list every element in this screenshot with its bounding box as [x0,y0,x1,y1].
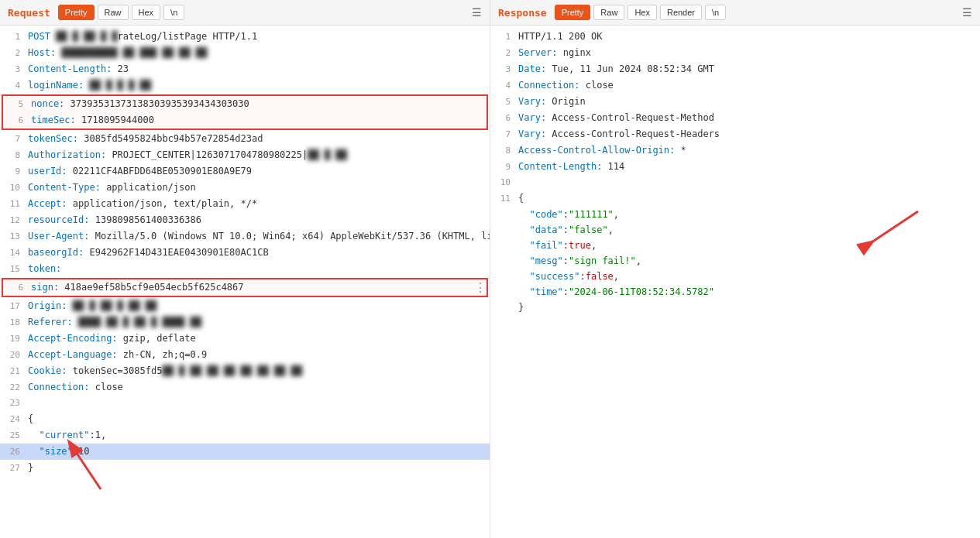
request-line-24: 24 { [0,411,490,427]
request-line-6: 6 timeSec: 1718095944000 [3,112,487,129]
response-line-5: 5 Vary: Origin [490,94,980,110]
request-line-7: 7 tokenSec: 3085fd5495824bbc94b57e72854d… [0,131,490,147]
request-line-12: 12 resourceId: 1398098561400336386 [0,212,490,228]
response-line-17: "time":"2024-06-11T08:52:34.5782" [490,284,980,300]
request-line-1: 1 POST ██ █ ██ █ █rateLog/listPage HTTP/… [0,29,490,45]
request-line-25: 25 "current":1, [0,427,490,444]
response-line-7: 7 Vary: Access-Control-Request-Headers [490,126,980,142]
response-tab-pretty[interactable]: Pretty [555,5,591,20]
request-panel: Request Pretty Raw Hex \n ☰ 1 POST ██ █ … [0,0,490,538]
request-line-16: 6 sign: 418ae9ef58b5cf9e054ecb5f625c4867 [3,279,487,296]
response-line-3: 3 Date: Tue, 11 Jun 2024 08:52:34 GMT [490,61,980,77]
response-line-11: 11 { [490,190,980,207]
request-tab-newline[interactable]: \n [163,5,184,20]
response-line-8: 8 Access-Control-Allow-Origin: * [490,142,980,159]
request-line-27: 27 } [0,460,490,476]
response-line-16: "success":false, [490,269,980,284]
response-line-9: 9 Content-Length: 114 [490,159,980,175]
request-line-22: 22 Connection: close [0,379,490,396]
request-line-10: 10 Content-Type: application/json [0,180,490,196]
response-line-13: "data":"false", [490,222,980,238]
scroll-indicator: ⋮ [474,282,487,294]
response-panel: Response Pretty Raw Hex Render \n ☰ 1 HT… [490,0,980,538]
request-line-17: 17 Origin: ██ █ ██ █ ██ ██ [0,298,490,314]
response-line-1: 1 HTTP/1.1 200 OK [490,29,980,45]
request-line-8: 8 Authorization: PROJECT_CENTER|12630717… [0,147,490,163]
response-tab-hex[interactable]: Hex [628,5,657,20]
response-line-15: "mesg":"sign fail!", [490,253,980,269]
request-tab-raw[interactable]: Raw [98,5,129,20]
request-line-21: 21 Cookie: tokenSec=3085fd5██ █ ██ ██ ██… [0,363,490,379]
response-line-18: } [490,300,980,315]
response-menu-icon[interactable]: ☰ [962,6,972,19]
request-line-2: 2 Host: ██████████ ██ ███ ██ ██ ██ [0,45,490,61]
request-content: 1 POST ██ █ ██ █ █rateLog/listPage HTTP/… [0,26,490,538]
response-header: Response Pretty Raw Hex Render \n ☰ [490,0,980,26]
response-line-6: 6 Vary: Access-Control-Request-Method [490,110,980,126]
request-line-13: 13 User-Agent: Mozilla/5.0 (Windows NT 1… [0,228,490,245]
request-tab-pretty[interactable]: Pretty [58,5,95,20]
response-tab-render[interactable]: Render [660,5,702,20]
response-line-10: 10 [490,175,980,190]
request-line-15: 15 token: [0,261,490,277]
request-line-18: 18 Referer: ████ ██ █ ██ █ ████ ██ [0,314,490,331]
response-line-12: "code":"111111", [490,207,980,222]
request-menu-icon[interactable]: ☰ [472,6,482,19]
request-line-26: 26 "size":10 [0,444,490,460]
request-line-11: 11 Accept: application/json, text/plain,… [0,196,490,212]
request-header: Request Pretty Raw Hex \n ☰ [0,0,490,26]
request-tab-hex[interactable]: Hex [132,5,161,20]
response-line-2: 2 Server: nginx [490,45,980,61]
response-content: 1 HTTP/1.1 200 OK 2 Server: nginx 3 Date… [490,26,980,538]
response-line-4: 4 Connection: close [490,77,980,94]
request-line-19: 19 Accept-Encoding: gzip, deflate [0,331,490,347]
request-line-9: 9 userId: 02211CF4ABFDD64BE0530901E80A9E… [0,163,490,180]
request-line-14: 14 baseorgId: E942962F14D431EAE0430901E8… [0,245,490,261]
request-line-4: 4 loginName: ██ █ █ █ ██ [0,77,490,94]
request-title: Request [8,7,50,19]
response-tab-raw[interactable]: Raw [593,5,624,20]
response-title: Response [498,7,547,19]
request-line-20: 20 Accept-Language: zh-CN, zh;q=0.9 [0,347,490,363]
request-line-5: 5 nonce: 373935313731383039353934343030​… [3,96,487,112]
request-line-23: 23 [0,396,490,411]
request-line-3: 3 Content-Length: 23 [0,61,490,77]
response-tab-newline[interactable]: \n [705,5,726,20]
response-line-14: "fail":true, [490,238,980,253]
